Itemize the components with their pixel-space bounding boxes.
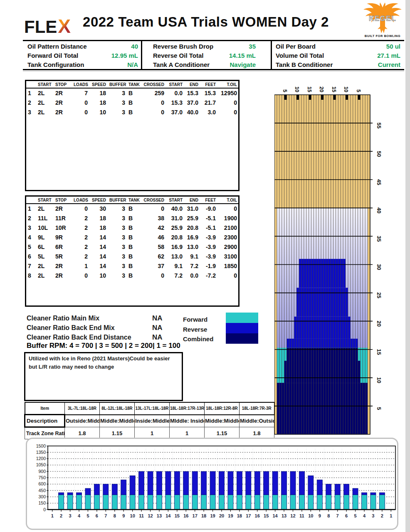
chart-xtick-label: 18 <box>237 513 242 518</box>
kegel-eagle-icon: KEGEL <box>361 2 404 33</box>
program-column-header: T.OIL <box>217 197 239 204</box>
program-table-cell: 2R <box>54 271 72 281</box>
program-table-cell: B <box>127 252 142 261</box>
chart-xtick-label: 4 <box>363 513 366 518</box>
chart-xtick-label: 20 <box>219 513 224 518</box>
chart-xtick-label: 4 <box>78 513 81 518</box>
program-table-cell: -5.1 <box>200 214 217 223</box>
program-table-cell: 2R <box>54 98 72 108</box>
program-table-cell: 2 <box>26 98 36 108</box>
program-table-cell: -5.1 <box>200 223 217 233</box>
program-column-header: START <box>166 197 184 204</box>
chart-ytick-label: 750 <box>38 475 46 480</box>
program-table-cell: 1850 <box>217 261 239 271</box>
program-table-row: 65L5R2143B6213.09.1-3.93100 <box>26 252 239 261</box>
program-table-cell: 13.0 <box>184 242 200 252</box>
program-table-cell: 3 <box>108 204 127 214</box>
program-table-cell: 2 <box>72 242 89 252</box>
lane-reverse-step <box>299 259 346 288</box>
chart-ytick-label: 900 <box>38 469 46 474</box>
lane-target-tick <box>296 95 299 100</box>
chart-bar-reverse <box>67 493 73 495</box>
chart-bar-reverse <box>94 484 99 495</box>
program-table-cell: 7 <box>26 261 36 271</box>
program-table-cell: 0 <box>72 108 89 117</box>
program-table-cell: 3 <box>108 223 127 233</box>
program-table-cell: -3.9 <box>200 252 217 261</box>
program-table-row: 12L2R0303B040.031.0-9.00 <box>26 204 239 214</box>
chart-xtick-label: 19 <box>228 513 233 518</box>
program-table-cell: 0.0 <box>184 271 200 281</box>
program-table-cell: B <box>127 98 142 108</box>
program-table-cell: 3 <box>108 261 127 271</box>
info-value: 12.95 mL <box>80 52 138 59</box>
program-table-cell: 40.0 <box>166 204 184 214</box>
chart-xtick-label: 16 <box>255 513 260 518</box>
program-table-cell: 14 <box>89 252 108 261</box>
program-table-cell: 2100 <box>217 223 239 233</box>
program-table-header-row: STARTSTOPLOADSSPEEDBUFFERTANKCROSSEDSTAR… <box>26 81 239 88</box>
program-table-cell: 3 <box>108 271 127 281</box>
program-table-cell: 2R <box>54 108 72 117</box>
program-table-cell: 2R <box>54 88 72 98</box>
program-column-header: SPEED <box>89 197 108 204</box>
program-table-cell: 2 <box>72 233 89 242</box>
info-value: 35 <box>198 43 256 50</box>
zone-header-cell: Item <box>25 402 65 415</box>
program-table-cell: 1 <box>72 261 89 271</box>
program-table-cell: 0 <box>72 271 89 281</box>
legend-reverse-swatch <box>226 323 258 333</box>
program-table-cell: 6R <box>54 242 72 252</box>
chart-bar-reverse <box>156 471 162 495</box>
chart-bar-forward <box>264 495 269 510</box>
zone-table-cell: Outside:Middle <box>65 415 100 427</box>
chart-ytick-label: 600 <box>38 481 46 486</box>
lane-board-label: 5 <box>282 89 288 92</box>
chart-bar-reverse <box>77 493 82 495</box>
chart-bar-forward <box>335 495 340 510</box>
chart-bar-forward <box>210 495 215 510</box>
program-column-header: TANK <box>127 81 142 88</box>
chart-bar-forward <box>326 495 331 510</box>
program-table-cell: 3 <box>108 214 127 223</box>
chart-bar-reverse <box>344 484 349 495</box>
program-table-cell: 42 <box>142 223 166 233</box>
info-label: Forward Oil Total <box>27 52 78 59</box>
program-table-cell: -9.0 <box>200 204 217 214</box>
chart-xtick-label: 17 <box>246 513 251 518</box>
info-value: 40 <box>80 43 138 50</box>
kegel-logo: KEGEL BUILT FOR BOWLING <box>361 2 404 38</box>
chart-xtick-label: 1 <box>51 513 54 518</box>
program-column-header: START <box>36 197 54 204</box>
program-table-cell: 14 <box>89 242 108 252</box>
program-table-cell: B <box>127 271 142 281</box>
chart-bar-reverse <box>139 471 144 495</box>
cleaner-main-mix-label: Cleaner Ratio Main Mix <box>27 315 99 322</box>
chart-bar-forward <box>85 495 91 510</box>
program-table-cell: 0 <box>142 108 166 117</box>
chart-bar-forward <box>67 495 73 510</box>
reverse-program-table: STARTSTOPLOADSSPEEDBUFFERTANKCROSSEDSTAR… <box>25 195 240 307</box>
program-table-cell: 9.1 <box>166 261 184 271</box>
program-table-cell: 18 <box>89 223 108 233</box>
program-table-cell: B <box>127 88 142 98</box>
program-table-cell: 25.9 <box>184 214 200 223</box>
chart-bar-reverse <box>130 475 135 495</box>
chart-bar-reverse <box>165 471 171 495</box>
zone-table-cell: Inside:Middle <box>135 415 170 427</box>
chart-bar-forward <box>148 495 153 510</box>
info-label: Oil Per Board <box>276 43 316 50</box>
chart-xtick-label: 10 <box>308 513 313 518</box>
program-column-header: CROSSED <box>142 81 166 88</box>
program-table-row: 310L10R2183B4225.920.8-5.12100 <box>26 223 239 233</box>
legend-forward-label: Forward <box>183 316 207 323</box>
program-table-cell: 40.0 <box>184 108 200 117</box>
lane-distance-label: 30 <box>376 264 382 270</box>
chart-bar-reverse <box>379 493 385 495</box>
kegel-tagline: BUILT FOR BOWLING <box>361 34 404 38</box>
program-column-header <box>26 81 36 88</box>
chart-bar-forward <box>156 495 162 510</box>
chart-xtick-label: 2 <box>381 513 383 518</box>
zone-table-cell: Middle:Outside <box>240 415 274 427</box>
info-value: Current <box>342 61 400 68</box>
